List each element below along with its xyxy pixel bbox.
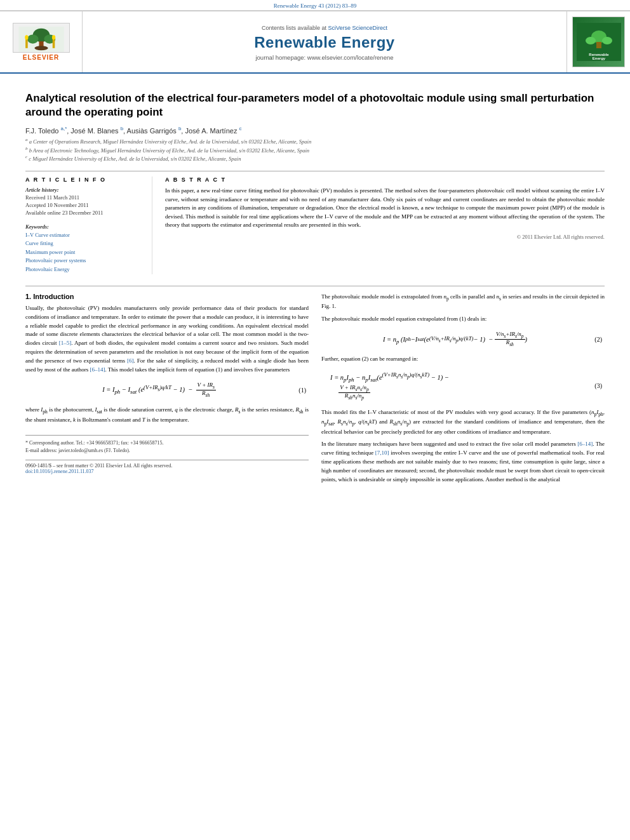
corresponding-author: * Corresponding author. Tel.: +34 966658… bbox=[25, 439, 309, 447]
left-column: 1. Introduction Usually, the photovoltai… bbox=[25, 293, 309, 488]
journal-logo-area: Renewable Energy bbox=[566, 11, 630, 72]
received-date: Received 11 March 2011 bbox=[25, 194, 143, 202]
article-info-column: A R T I C L E I N F O Article history: R… bbox=[25, 177, 152, 274]
svg-rect-14 bbox=[596, 42, 601, 48]
article-title: Analytical resolution of the electrical … bbox=[25, 91, 605, 119]
keyword-4: Photovoltaic power systems bbox=[25, 257, 143, 265]
abstract-text: In this paper, a new real-time curve fit… bbox=[165, 187, 605, 230]
equation-3-container: I = npIph − npIsat(e(V+IRsns/np)q/(nskT)… bbox=[324, 369, 602, 403]
footnote-area: * Corresponding author. Tel.: +34 966658… bbox=[25, 435, 309, 455]
equation-3-formula: I = npIph − npIsat(e(V+IRsns/np)q/(nskT)… bbox=[324, 371, 586, 401]
right-para-5: In the literature many techniques have b… bbox=[321, 440, 605, 484]
svg-point-13 bbox=[602, 37, 612, 44]
abstract-title: A B S T R A C T bbox=[165, 177, 605, 183]
affiliation-c: c c Miguel Hernández University of Elche… bbox=[25, 154, 605, 163]
affiliation-a: a a Center of Operations Research, Migue… bbox=[25, 137, 605, 146]
svg-point-5 bbox=[34, 46, 48, 50]
equation-1-formula: I = Iph − Isat (e(V+IRs)q/kT − 1) − V + … bbox=[28, 382, 290, 398]
keyword-3: Maximum power point bbox=[25, 248, 143, 257]
svg-point-2 bbox=[27, 34, 38, 43]
equation-1-row: I = Iph − Isat (e(V+IRs)q/kT − 1) − V + … bbox=[28, 382, 306, 398]
intro-para-1: Usually, the photovoltaic (PV) modules m… bbox=[25, 304, 309, 375]
equation-1-number: (1) bbox=[290, 387, 306, 394]
available-online: Available online 23 December 2011 bbox=[25, 210, 143, 217]
elsevier-logo-area: ELSEVIER bbox=[0, 11, 83, 72]
right-para-1: The photovoltaic module model is extrapo… bbox=[321, 293, 605, 311]
body-columns: 1. Introduction Usually, the photovoltai… bbox=[25, 293, 605, 488]
separator-1 bbox=[25, 171, 605, 171]
affiliations: a a Center of Operations Research, Migue… bbox=[25, 137, 605, 163]
elsevier-wordmark: ELSEVIER bbox=[23, 54, 59, 61]
right-para-2: The photovoltaic module model equation e… bbox=[321, 315, 605, 324]
abstract-column: A B S T R A C T In this paper, a new rea… bbox=[165, 177, 605, 274]
svg-point-12 bbox=[586, 37, 596, 44]
svg-text:Energy: Energy bbox=[592, 57, 605, 60]
right-column: The photovoltaic module model is extrapo… bbox=[321, 293, 605, 488]
journal-homepage: journal homepage: www.elsevier.com/locat… bbox=[255, 54, 393, 61]
intro-heading: 1. Introduction bbox=[25, 293, 309, 300]
article-authors: F.J. Toledo a,*, José M. Blanes b, Ausià… bbox=[25, 126, 605, 135]
contents-available: Contents lists available at SciVerse Sci… bbox=[262, 25, 387, 31]
equation-1-container: I = Iph − Isat (e(V+IRs)q/kT − 1) − V + … bbox=[28, 380, 306, 401]
journal-header: ELSEVIER Contents lists available at Sci… bbox=[0, 11, 630, 74]
equation-3-row: I = npIph − npIsat(e(V+IRsns/np)q/(nskT)… bbox=[324, 371, 602, 401]
journal-title: Renewable Energy bbox=[254, 34, 394, 51]
equation-2-container: I = np (Iph − Isat (e(V/ns+IRs/np)q/(kT)… bbox=[324, 329, 602, 350]
copyright: © 2011 Elsevier Ltd. All rights reserved… bbox=[165, 234, 605, 240]
keyword-5: Photovoltaic Energy bbox=[25, 265, 143, 274]
keyword-2: Curve fitting bbox=[25, 239, 143, 248]
issn-line: 0960-1481/$ – see front matter © 2011 El… bbox=[25, 460, 309, 474]
renewable-energy-logo: Renewable Energy bbox=[572, 17, 625, 67]
accepted-date: Accepted 10 November 2011 bbox=[25, 202, 143, 210]
elsevier-logo: ELSEVIER bbox=[10, 23, 73, 61]
doi-text: doi:10.1016/j.renene.2011.11.037 bbox=[25, 469, 94, 474]
history-label: Article history: bbox=[25, 187, 143, 193]
right-para-3: Further, equation (2) can be rearranged … bbox=[321, 355, 605, 364]
article-info-title: A R T I C L E I N F O bbox=[25, 177, 143, 183]
right-para-4: This model fits the I–V characteristic o… bbox=[321, 408, 605, 437]
keyword-1: I–V Curve estimator bbox=[25, 231, 143, 240]
svg-point-9 bbox=[51, 35, 55, 39]
article-meta-row: A R T I C L E I N F O Article history: R… bbox=[25, 177, 605, 274]
elsevier-logo-image bbox=[13, 23, 70, 53]
sciverse-link[interactable]: SciVerse ScienceDirect bbox=[328, 25, 388, 31]
equation-2-number: (2) bbox=[586, 336, 602, 343]
affiliation-b: b b Area of Electronic Technology, Migue… bbox=[25, 146, 605, 155]
intro-para-2: where Iph is the photocurrent, Isat is t… bbox=[25, 406, 309, 424]
equation-2-row: I = np (Iph − Isat (e(V/ns+IRs/np)q/(kT)… bbox=[324, 331, 602, 347]
article-content: Analytical resolution of the electrical … bbox=[0, 74, 630, 501]
citation-text: Renewable Energy 43 (2012) 83–89 bbox=[274, 3, 356, 9]
citation-bar: Renewable Energy 43 (2012) 83–89 bbox=[0, 0, 630, 11]
keywords-label: Keywords: bbox=[25, 223, 143, 230]
email-address: E-mail address: javier.toledo@umh.es (FJ… bbox=[25, 447, 309, 455]
equation-2-formula: I = np (Iph − Isat (e(V/ns+IRs/np)q/(kT)… bbox=[324, 331, 586, 347]
equation-3-number: (3) bbox=[586, 382, 602, 389]
journal-title-area: Contents lists available at SciVerse Sci… bbox=[83, 11, 566, 72]
keywords-list: I–V Curve estimator Curve fitting Maximu… bbox=[25, 231, 143, 274]
separator-2 bbox=[25, 286, 605, 286]
svg-point-7 bbox=[25, 35, 28, 39]
